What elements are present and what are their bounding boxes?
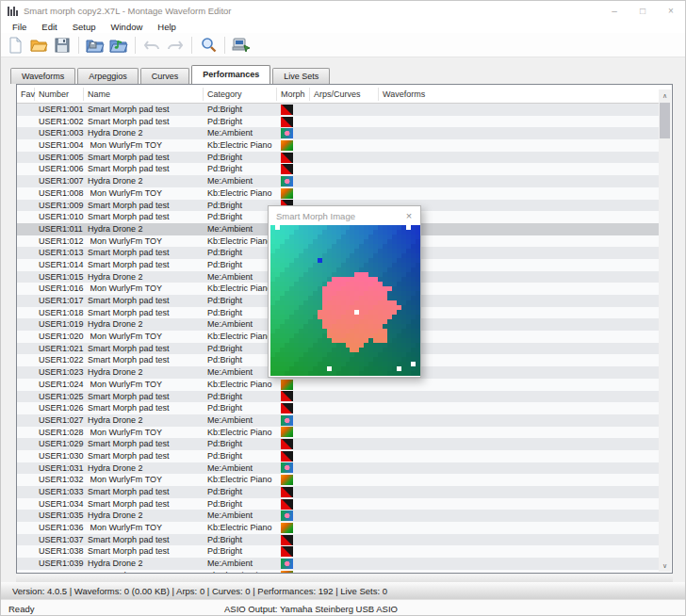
table-row[interactable]: USER1:025Smart Morph pad testPd:Bright <box>17 391 659 403</box>
tab-arpeggios[interactable]: Arpeggios <box>77 68 139 84</box>
tab-live-sets[interactable]: Live Sets <box>272 68 330 84</box>
morph-icon-smart <box>281 153 293 163</box>
morph-icon-smart <box>281 487 293 497</box>
toolbar <box>1 33 685 57</box>
table-row[interactable]: USER1:036 Mon WurlyFm TOYKb:Electric Pia… <box>17 522 659 534</box>
morph-icon-wurly <box>281 571 293 573</box>
smart-morph-image-window[interactable]: Smart Morph Image × <box>268 205 421 378</box>
tab-bar: Waveforms Arpeggios Curves Performances … <box>10 65 332 84</box>
scroll-up-icon[interactable]: ∧ <box>659 89 671 102</box>
table-row[interactable]: USER1:040 Mon WurlyFm TOYKb:Electric Pia… <box>17 570 659 573</box>
morph-icon-wurly <box>281 140 293 151</box>
morph-icon-hydra <box>281 415 293 426</box>
tab-curves[interactable]: Curves <box>140 68 190 84</box>
column-header-arps-curves[interactable]: Arps/Curves <box>310 88 379 101</box>
table-row[interactable]: USER1:032 Mon WurlyFm TOYKb:Electric Pia… <box>17 474 659 486</box>
table-row[interactable]: USER1:039Hydra Drone 2Me:Ambient <box>17 558 659 570</box>
table-row[interactable]: USER1:005Smart Morph pad testPd:Bright <box>17 152 659 164</box>
vertical-scrollbar[interactable]: ∧ ∨ <box>659 89 671 572</box>
table-row[interactable]: USER1:027Hydra Drone 2Me:Ambient <box>17 414 659 427</box>
column-header-waveforms[interactable]: Waveforms <box>379 88 659 101</box>
column-header-name[interactable]: Name <box>84 88 204 101</box>
table-row[interactable]: USER1:001Smart Morph pad testPd:Bright <box>17 104 659 116</box>
table-row[interactable]: USER1:008 Mon WurlyFm TOYKb:Electric Pia… <box>17 187 659 200</box>
popup-title: Smart Morph Image <box>269 211 398 221</box>
toolbar-separator <box>191 37 192 54</box>
table-row[interactable]: USER1:033Smart Morph pad testPd:Bright <box>17 486 659 498</box>
morph-icon-hydra <box>281 128 293 138</box>
table-row[interactable]: USER1:024 Mon WurlyFm TOYKb:Electric Pia… <box>17 379 659 391</box>
morph-icon-hydra <box>281 462 293 473</box>
minimize-button[interactable]: – <box>600 1 629 20</box>
search-icon[interactable] <box>198 35 219 56</box>
menu-bar: File Edit Setup Window Help <box>1 20 685 33</box>
morph-icon-wurly <box>281 427 293 437</box>
toolbar-separator <box>78 37 79 54</box>
transmit-to-device-icon[interactable] <box>231 35 252 56</box>
import-file-folder-icon[interactable] <box>85 35 106 56</box>
table-row[interactable]: USER1:029Smart Morph pad testPd:Bright <box>17 438 659 450</box>
column-header-morph[interactable]: Morph <box>277 88 310 101</box>
tab-waveforms[interactable]: Waveforms <box>10 68 75 84</box>
import-arp-folder-icon[interactable] <box>108 35 129 56</box>
morph-icon-smart <box>281 439 293 449</box>
montage-waveform-editor-window: Smart morph copy2.X7L - Montage Waveform… <box>0 0 686 616</box>
menu-window[interactable]: Window <box>104 22 151 32</box>
toolbar-separator <box>135 37 136 54</box>
scrollbar-thumb[interactable] <box>660 103 670 138</box>
menu-setup[interactable]: Setup <box>65 22 104 32</box>
table-row[interactable]: USER1:004 Mon WurlyFm TOYKb:Electric Pia… <box>17 139 659 152</box>
menu-edit[interactable]: Edit <box>34 22 64 32</box>
table-row[interactable]: USER1:028 Mon WurlyFm TOYKb:Electric Pia… <box>17 427 659 439</box>
column-header-category[interactable]: Category <box>204 88 277 101</box>
morph-icon-wurly <box>281 523 293 533</box>
morph-icon-wurly <box>281 380 293 390</box>
morph-icon-hydra <box>281 176 293 186</box>
maximize-button[interactable]: □ <box>629 1 657 20</box>
morph-icon-smart <box>281 164 293 174</box>
horizontal-scrollbar[interactable] <box>16 575 673 582</box>
table-row[interactable]: USER1:026Smart Morph pad testPd:Bright <box>17 402 659 414</box>
toolbar-separator <box>224 37 225 54</box>
table-header: Fav Number Name Category Morph Arps/Curv… <box>17 85 659 104</box>
new-file-icon[interactable] <box>5 35 25 56</box>
morph-icon-wurly <box>281 475 293 485</box>
tab-performances[interactable]: Performances <box>191 65 270 84</box>
morph-icon-hydra <box>281 511 293 521</box>
popup-close-icon[interactable]: × <box>398 210 420 221</box>
morph-icon-smart <box>281 105 293 115</box>
version-status-text: Version: 4.0.5 | Waveforms: 0 (0.00 KB) … <box>1 586 387 596</box>
table-row[interactable]: USER1:031Hydra Drone 2Me:Ambient <box>17 462 659 475</box>
morph-icon-smart <box>281 451 293 462</box>
window-title: Smart morph copy2.X7L - Montage Waveform… <box>24 6 232 16</box>
open-file-icon[interactable] <box>28 35 49 56</box>
column-header-number[interactable]: Number <box>35 88 84 101</box>
column-header-fav[interactable]: Fav <box>17 88 35 101</box>
close-button[interactable]: × <box>657 1 685 20</box>
menu-file[interactable]: File <box>5 22 34 32</box>
morph-icon-smart <box>281 546 293 557</box>
table-row[interactable]: USER1:037Smart Morph pad testPd:Bright <box>17 534 659 546</box>
popup-title-bar[interactable]: Smart Morph Image × <box>269 206 420 225</box>
morph-icon-smart <box>281 391 293 401</box>
scroll-down-icon[interactable]: ∨ <box>659 559 671 572</box>
title-bar: Smart morph copy2.X7L - Montage Waveform… <box>1 1 685 20</box>
table-row[interactable]: USER1:003Hydra Drone 2Me:Ambient <box>17 127 659 139</box>
table-row[interactable]: USER1:034Smart Morph pad testPd:Bright <box>17 498 659 511</box>
table-row[interactable]: USER1:002Smart Morph pad testPd:Bright <box>17 116 659 128</box>
table-row[interactable]: USER1:006Smart Morph pad testPd:Bright <box>17 163 659 175</box>
table-row[interactable]: USER1:007Hydra Drone 2Me:Ambient <box>17 175 659 187</box>
morph-icon-smart <box>281 403 293 413</box>
asio-output-status: ASIO Output: Yamaha Steinberg USB ASIO <box>224 604 398 614</box>
morph-icon-smart <box>281 117 293 127</box>
morph-icon-smart <box>281 499 293 510</box>
status-bar: Ready ASIO Output: Yamaha Steinberg USB … <box>1 599 685 616</box>
table-row[interactable]: USER1:030Smart Morph pad testPd:Bright <box>17 450 659 462</box>
table-row[interactable]: USER1:038Smart Morph pad testPd:Bright <box>17 545 659 558</box>
morph-icon-wurly <box>281 188 293 199</box>
smart-morph-image[interactable] <box>270 225 420 376</box>
menu-help[interactable]: Help <box>150 22 184 32</box>
save-file-icon[interactable] <box>52 35 73 56</box>
undo-icon <box>141 35 162 56</box>
table-row[interactable]: USER1:035Hydra Drone 2Me:Ambient <box>17 510 659 522</box>
